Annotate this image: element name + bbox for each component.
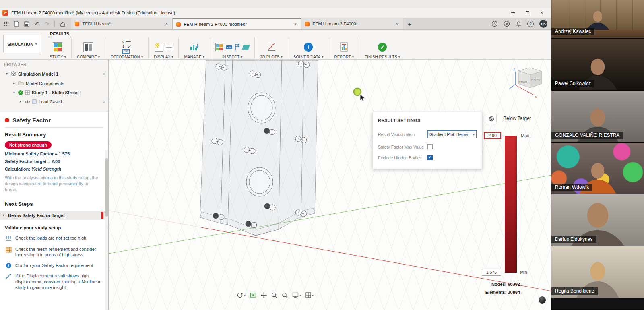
tree-caret-icon[interactable]: ▾ <box>5 72 9 76</box>
tree-caret-icon[interactable]: ▸ <box>19 100 23 103</box>
mesh-statistics: Nodes: 60392 Elements: 30884 <box>485 280 520 296</box>
calculation-label: Calculation: <box>5 167 30 172</box>
2d-plots-button[interactable]: 2D PLOTS▾ <box>256 37 287 59</box>
visibility-toggle-icon[interactable]: ○ <box>103 72 105 76</box>
separator <box>54 21 55 27</box>
model-cube-icon <box>11 71 16 76</box>
file-menu-icon[interactable] <box>14 21 19 27</box>
scale-0-label: 0 <box>122 40 124 43</box>
participant-video-partial[interactable] <box>551 298 644 309</box>
compare-button[interactable]: COMPARE▾ <box>72 37 104 59</box>
max-value-checkbox[interactable] <box>427 144 433 149</box>
participant-video[interactable]: Paweł Sułkowicz <box>551 39 644 91</box>
finish-results-button[interactable]: ✓ FINISH RESULTS▾ <box>360 37 405 59</box>
participant-video[interactable]: Roman Wdowik <box>551 143 644 194</box>
manage-button[interactable]: MANAGE▾ <box>180 37 208 59</box>
tab-fem-h-beam-modified[interactable]: FEM H beam 2 F4000 modified* × <box>173 18 301 29</box>
viewcube-z-label: Z <box>513 67 516 71</box>
legend-settings-button[interactable] <box>486 114 497 124</box>
caret-down-icon: ▾ <box>312 293 314 297</box>
step-text: If the Displacement result shows high di… <box>15 273 101 290</box>
deformation-undeformed-button[interactable]: 0 <box>122 39 131 44</box>
inspect-group[interactable]: xyz INSPECT▾ <box>211 37 254 59</box>
pan-button[interactable] <box>261 292 267 298</box>
caret-down-icon: ▾ <box>98 55 100 59</box>
tree-item-study-1[interactable]: ▾ ✓ Study 1 - Static Stress <box>0 88 108 97</box>
next-step-item: Check the loads are not set too high <box>5 235 103 242</box>
section-plane-icon <box>242 45 250 50</box>
visualization-dropdown[interactable]: Gradient Plot: Below ▾ <box>427 130 477 138</box>
job-status-icon[interactable] <box>491 21 498 27</box>
fusion-doc-icon <box>75 22 79 26</box>
tree-item-load-case1[interactable]: ▸ Load Case1 ○ <box>0 97 108 106</box>
palette-scrollbar-thumb[interactable] <box>105 158 108 217</box>
maximize-button[interactable] <box>520 8 535 18</box>
deformation-scaled-button[interactable]: 1 <box>122 44 131 49</box>
tree-label: Model Components <box>26 81 64 86</box>
display-label: DISPLAY <box>154 55 171 59</box>
extensions-icon[interactable] <box>504 21 510 27</box>
undo-icon[interactable]: ↶ <box>35 21 39 27</box>
solver-data-button[interactable]: i SOLVER DATA▾ <box>289 37 328 59</box>
participant-video[interactable]: Darius Eidukynas <box>551 194 644 246</box>
window-title: FEM H beam 2 F4000 modified* (My center)… <box>11 10 175 15</box>
redo-icon[interactable]: ↷ <box>45 21 50 27</box>
profile-avatar[interactable]: PS <box>539 20 547 28</box>
view-cube[interactable]: FRONT RIGHT Z × <box>510 67 542 99</box>
tree-caret-icon[interactable]: ▸ <box>12 81 16 85</box>
pan-icon <box>261 292 267 298</box>
look-at-button[interactable] <box>250 292 256 298</box>
home-icon[interactable] <box>60 21 66 27</box>
orbit-button[interactable]: ▾ <box>237 292 246 298</box>
tab-tedi-h-beam[interactable]: TEDI H beam* × <box>71 18 173 29</box>
viewport-canvas[interactable]: FRONT RIGHT Z × RESULT SETTINGS Result V… <box>109 60 551 310</box>
study-button[interactable]: STUDY▾ <box>45 37 70 59</box>
tree-item-model-components[interactable]: ▸ Model Components <box>0 79 108 88</box>
report-button[interactable]: REPORT▾ <box>330 37 359 59</box>
result-type-dot-icon <box>5 118 9 122</box>
viewcube-right-label[interactable]: RIGHT <box>531 78 541 81</box>
notifications-bell-icon[interactable] <box>516 21 522 27</box>
tab-fem-h-beam[interactable]: FEM H beam 2 F4000* × <box>301 18 403 29</box>
zoom-window-button[interactable] <box>282 292 288 298</box>
tab-close-icon[interactable]: × <box>394 21 399 27</box>
minimize-button[interactable] <box>506 8 520 18</box>
exclude-hidden-checkbox[interactable] <box>427 155 433 160</box>
eye-icon[interactable] <box>25 100 30 104</box>
caret-down-icon: ▾ <box>352 55 354 59</box>
tree-caret-icon[interactable]: ▾ <box>12 91 16 94</box>
participant-video[interactable]: GONZALO VALIÑO RIESTRA <box>551 91 644 143</box>
legend-min-value[interactable]: 1.575 <box>482 269 501 276</box>
app-grid-icon[interactable] <box>4 21 9 26</box>
result-summary-heading: Result Summary <box>5 132 103 138</box>
help-icon[interactable]: ? <box>527 21 534 27</box>
legend-max-value[interactable]: 2.00 <box>484 132 501 139</box>
grid-settings-button[interactable]: ▾ <box>305 292 314 298</box>
save-icon[interactable] <box>24 21 29 27</box>
new-tab-button[interactable]: + <box>403 18 416 29</box>
visibility-toggle-icon[interactable]: ○ <box>103 99 105 104</box>
study-type-icon <box>25 90 30 95</box>
dropdown-value: Gradient Plot: Below <box>429 132 472 137</box>
workspace-selector[interactable]: SIMULATION ▾ <box>3 35 41 53</box>
viewcube-front-label[interactable]: FRONT <box>519 80 529 83</box>
participant-video[interactable]: Andrzej Kawalec <box>551 0 644 39</box>
tab-close-icon[interactable]: × <box>164 21 169 27</box>
deformation-actual-button[interactable]: 1X <box>122 49 131 54</box>
display-button[interactable]: DISPLAY▾ <box>149 37 178 59</box>
beam-web-holes <box>246 93 275 196</box>
below-target-accordion[interactable]: ▾ Below Safety Factor Target <box>0 211 108 220</box>
tree-item-simulation-model[interactable]: ▾ Simulation Model 1 ○ <box>0 69 108 79</box>
close-button[interactable]: × <box>535 8 549 18</box>
scale-1x-selected: 1X <box>122 49 130 54</box>
participant-video[interactable]: Regita Bendikienė <box>551 246 644 298</box>
zoom-button[interactable] <box>271 292 277 298</box>
magnifier-plus-icon <box>271 292 277 298</box>
deformation-group[interactable]: 0 1 1X DEFORMATION▾ <box>106 37 147 59</box>
step-text: Check the mesh refinement and consider i… <box>15 246 101 258</box>
tab-label: TEDI H beam* <box>82 21 111 26</box>
tab-close-icon[interactable]: × <box>293 21 297 27</box>
load-case-icon <box>32 99 37 104</box>
display-settings-button[interactable]: ▾ <box>292 292 301 298</box>
flag-probe-icon <box>235 43 240 51</box>
